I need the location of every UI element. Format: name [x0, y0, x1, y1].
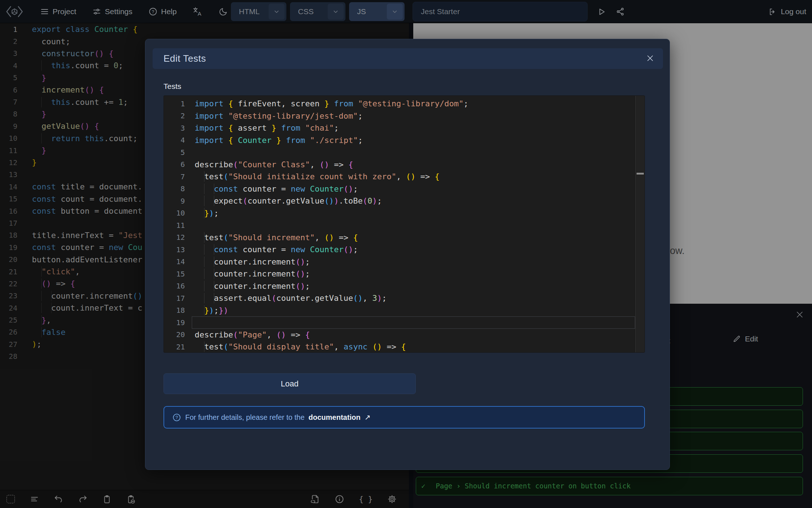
tests-code-editor[interactable]: 1import { fireEvent, screen } from "@tes… [163, 95, 645, 353]
code-line: 3import { assert } from "chai"; [164, 122, 645, 134]
code-line: 15 counter.increment(); [164, 268, 645, 280]
modal-close-button[interactable] [646, 54, 654, 64]
editor-divider [635, 96, 636, 352]
code-line: 1import { fireEvent, screen } from "@tes… [164, 98, 645, 110]
external-link-arrow-icon: ↗ [364, 413, 370, 422]
code-line: 9 expect(counter.getValue()).toBe(0); [164, 195, 645, 207]
code-line: 17 assert.equal(counter.getValue(), 3); [164, 292, 645, 304]
documentation-link[interactable]: documentation [308, 413, 360, 422]
code-line: 19 [164, 316, 645, 329]
modal-header: Edit Tests [153, 48, 663, 69]
code-line: 8 const counter = new Counter(); [164, 183, 645, 195]
scrollbar-gutter [636, 96, 645, 352]
app-root: Project Settings ? Help A HTML [0, 0, 812, 508]
code-line: 6describe("Counter Class", () => { [164, 159, 645, 171]
code-line: 12 test("Should increment", () => { [164, 232, 645, 244]
edit-tests-modal: Edit Tests Tests 1import { fireEvent, sc… [145, 39, 670, 470]
help-circle-icon: ? [172, 413, 181, 422]
close-icon [646, 54, 654, 62]
code-line: 5 [164, 146, 645, 159]
code-line: 18 });}) [164, 304, 645, 317]
scrollbar-thumb[interactable] [637, 173, 644, 175]
load-button[interactable]: Load [163, 373, 416, 394]
code-line: 16 counter.increment(); [164, 280, 645, 292]
code-line: 13 const counter = new Counter(); [164, 243, 645, 256]
documentation-banner: ? For further details, please refer to t… [163, 406, 645, 429]
code-line: 14 counter.increment(); [164, 256, 645, 268]
svg-text:?: ? [175, 415, 178, 420]
tests-section-label: Tests [163, 82, 181, 91]
code-line: 20describe("Page", () => { [164, 329, 645, 341]
code-line: 7 test("Should initialize count with zer… [164, 171, 645, 183]
code-line: 10 }); [164, 207, 645, 220]
banner-text: For further details, please refer to the [185, 413, 304, 422]
code-line: 21 test("Should display title", async ()… [164, 341, 645, 353]
code-line: 4import { Counter } from "./script"; [164, 134, 645, 147]
code-line: 11 [164, 219, 645, 232]
modal-title: Edit Tests [163, 53, 206, 64]
code-line: 2import "@testing-library/jest-dom"; [164, 110, 645, 122]
tests-code[interactable]: 1import { fireEvent, screen } from "@tes… [164, 96, 645, 353]
